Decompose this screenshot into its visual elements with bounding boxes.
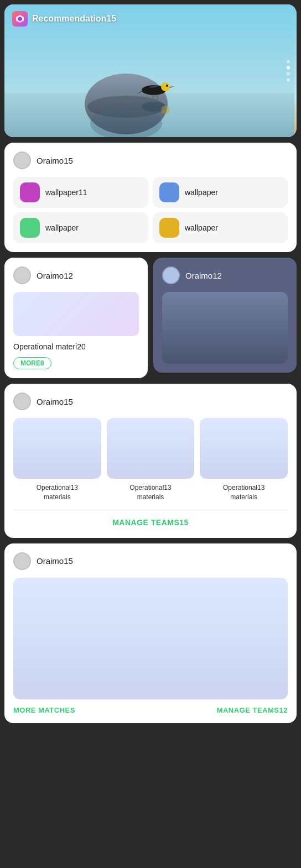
- wallpaper-label-3: wallpaper: [45, 223, 79, 232]
- card1-avatar: [13, 151, 31, 169]
- card2-left-avatar: [13, 266, 31, 284]
- wallpaper-item-1[interactable]: wallpaper11: [13, 177, 148, 208]
- team-img-2: [107, 418, 195, 479]
- team-label-1: Operational13materials: [37, 483, 78, 502]
- wallpaper-label-1: wallpaper11: [45, 188, 87, 197]
- card3-header: Oraimo15: [13, 393, 288, 410]
- card2-more-button[interactable]: MORE8: [13, 357, 51, 369]
- team-item-3[interactable]: Operational13materials: [200, 418, 288, 502]
- card2-right-name: Oraimo12: [185, 271, 222, 280]
- card2-left-image: [13, 292, 139, 336]
- card1-header: Oraimo15: [13, 151, 288, 169]
- team-item-2[interactable]: Operational13materials: [107, 418, 195, 502]
- card2-left: Oraimo12 Operational materi20 MORE8: [4, 258, 148, 378]
- manage-teams12-button[interactable]: MANAGE TEAMS12: [217, 706, 288, 714]
- card2-right-image: [162, 292, 288, 364]
- hero-dots: [287, 60, 290, 82]
- wallpaper-item-3[interactable]: wallpaper: [13, 212, 148, 243]
- wallpaper-item-2[interactable]: wallpaper: [153, 177, 288, 208]
- more-matches-button[interactable]: MORE MATCHES: [13, 706, 75, 714]
- wallpaper-grid: wallpaper11 wallpaper wallpaper wallpape…: [13, 177, 288, 243]
- hero-dot-4[interactable]: [287, 79, 290, 82]
- svg-point-6: [161, 82, 170, 91]
- divider: [13, 510, 288, 510]
- hero-dot-2[interactable]: [287, 66, 290, 70]
- card4-image: [13, 578, 288, 699]
- hero-dot-3[interactable]: [287, 72, 290, 76]
- card2-right: Oraimo12: [153, 258, 297, 373]
- card2-left-header: Oraimo12: [13, 266, 139, 284]
- team-label-2: Operational13materials: [129, 483, 171, 502]
- card4-actions: MORE MATCHES MANAGE TEAMS12: [13, 706, 288, 714]
- wallpaper-label-2: wallpaper: [185, 188, 218, 197]
- card1-name: Oraimo15: [37, 156, 73, 165]
- card-bottom: Oraimo15 MORE MATCHES MANAGE TEAMS12: [4, 543, 297, 723]
- card3-avatar: [13, 393, 31, 410]
- team-item-1[interactable]: Operational13materials: [13, 418, 101, 502]
- wallpaper-color-2: [159, 182, 179, 202]
- hero-dot-1[interactable]: [287, 60, 290, 64]
- card4-avatar: [13, 552, 31, 570]
- hero-app-icon: [12, 11, 28, 27]
- card2-right-header: Oraimo12: [162, 266, 288, 284]
- team-label-3: Operational13materials: [223, 483, 264, 502]
- wallpaper-item-4[interactable]: wallpaper: [153, 212, 288, 243]
- hero-header: Recommendation15: [4, 4, 124, 33]
- card2-left-name: Oraimo12: [37, 271, 73, 280]
- manage-teams-button[interactable]: MANAGE TEAMS15: [13, 516, 288, 529]
- wallpaper-label-4: wallpaper: [185, 223, 218, 232]
- hero-title: Recommendation15: [32, 14, 116, 24]
- card4-name: Oraimo15: [37, 556, 73, 566]
- team-img-3: [200, 418, 288, 479]
- wallpaper-color-4: [159, 218, 179, 238]
- team-img-1: [13, 418, 101, 479]
- svg-point-15: [161, 106, 170, 114]
- teams-grid: Operational13materials Operational13mate…: [13, 418, 288, 502]
- wallpaper-color-1: [20, 182, 40, 202]
- card3-name: Oraimo15: [37, 397, 73, 406]
- two-col-section: Oraimo12 Operational materi20 MORE8 Orai…: [4, 258, 297, 378]
- card-teams: Oraimo15 Operational13materials Operatio…: [4, 384, 297, 538]
- card2-right-avatar: [162, 266, 180, 284]
- svg-point-7: [166, 85, 168, 87]
- hero-card: Recommendation15: [4, 4, 297, 137]
- card4-header: Oraimo15: [13, 552, 288, 570]
- card-oraimo15-wallpapers: Oraimo15 wallpaper11 wallpaper wallpaper…: [4, 143, 297, 252]
- wallpaper-color-3: [20, 218, 40, 238]
- card2-left-title: Operational materi20: [13, 342, 139, 353]
